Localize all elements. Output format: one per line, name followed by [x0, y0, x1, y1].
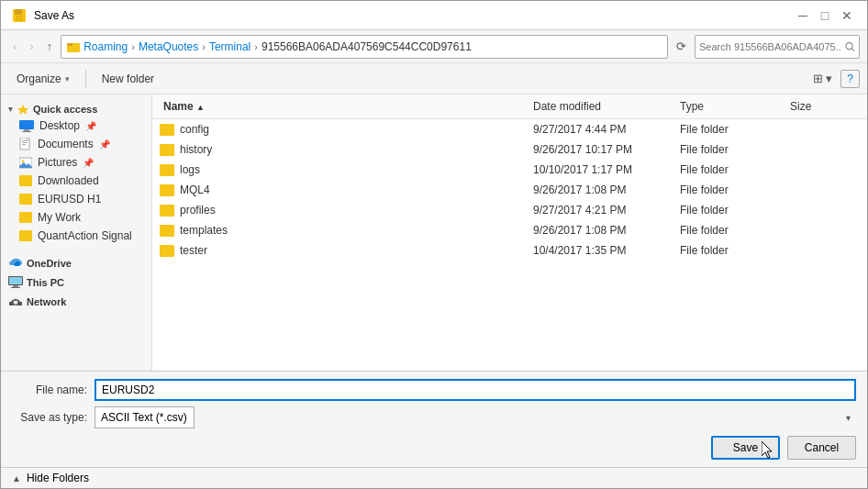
- col-header-type[interactable]: Type: [676, 98, 786, 115]
- svg-rect-8: [19, 120, 34, 129]
- hide-folders-bar[interactable]: ▲ Hide Folders: [1, 467, 867, 488]
- file-date: 9/26/2017 10:17 PM: [529, 141, 676, 158]
- savetype-select[interactable]: ASCII Text (*.csv): [95, 406, 195, 428]
- filename-label: File name:: [12, 383, 95, 396]
- table-row[interactable]: templates 9/26/2017 1:08 PM File folder: [152, 220, 867, 240]
- svg-marker-7: [17, 105, 28, 115]
- file-name-cell: templates: [160, 222, 529, 239]
- folder-icon: [160, 184, 174, 196]
- documents-icon: [19, 138, 32, 150]
- minimize-button[interactable]: ─: [794, 6, 812, 25]
- svg-rect-9: [24, 129, 29, 131]
- svg-rect-13: [22, 142, 28, 143]
- svg-rect-21: [11, 287, 20, 288]
- file-type: File folder: [676, 141, 786, 158]
- svg-rect-23: [14, 304, 17, 306]
- search-input[interactable]: [699, 41, 841, 52]
- file-type: File folder: [676, 182, 786, 198]
- sidebar-item-pictures[interactable]: Pictures 📌: [1, 153, 151, 172]
- savetype-wrapper: ASCII Text (*.csv) ▾: [95, 406, 856, 428]
- title-bar-left: Save As: [12, 8, 74, 23]
- sidebar-downloaded-label: Downloaded: [38, 174, 99, 187]
- toolbar-right: ⊞ ▾ ?: [808, 69, 860, 88]
- save-as-dialog: Save As ─ □ ✕ ‹ › ↑ Roaming › MetaQuotes…: [0, 0, 868, 489]
- svg-rect-22: [9, 302, 14, 306]
- help-button[interactable]: ?: [840, 70, 860, 88]
- breadcrumb-terminal[interactable]: Terminal: [209, 40, 250, 53]
- forward-button[interactable]: ›: [25, 37, 38, 56]
- sidebar-item-downloaded[interactable]: Downloaded: [1, 172, 151, 190]
- table-row[interactable]: logs 10/10/2017 1:17 PM File folder: [152, 160, 867, 180]
- sidebar-quantaction-label: QuantAction Signal: [38, 229, 132, 242]
- svg-rect-24: [17, 302, 22, 306]
- thispc-header[interactable]: This PC: [1, 271, 151, 290]
- folder-icon-eurusd: [19, 194, 32, 205]
- folder-icon: [160, 124, 174, 136]
- file-size: [786, 188, 860, 192]
- breadcrumb[interactable]: Roaming › MetaQuotes › Terminal › 915566…: [61, 35, 668, 59]
- organize-button[interactable]: Organize ▾: [8, 70, 78, 88]
- search-box[interactable]: [695, 35, 860, 59]
- file-name-cell: tester: [160, 242, 529, 259]
- table-row[interactable]: config 9/27/2017 4:44 PM File folder: [152, 119, 867, 139]
- sidebar-item-quantaction[interactable]: QuantAction Signal: [1, 227, 151, 245]
- file-area: Name ▲ Date modified Type Size config 9/…: [152, 94, 867, 371]
- breadcrumb-folder-icon: [67, 40, 80, 53]
- main-content: ▾ Quick access Desktop 📌: [1, 94, 867, 371]
- maximize-button[interactable]: □: [816, 6, 834, 25]
- breadcrumb-metaquotes[interactable]: MetaQuotes: [139, 40, 198, 53]
- title-bar: Save As ─ □ ✕: [1, 1, 867, 30]
- onedrive-header[interactable]: OneDrive: [1, 252, 151, 271]
- bottom-bar: File name: Save as type: ASCII Text (*.c…: [1, 371, 867, 467]
- file-date: 9/27/2017 4:21 PM: [529, 202, 676, 218]
- new-folder-button[interactable]: New folder: [94, 70, 162, 88]
- organize-chevron-icon: ▾: [65, 74, 70, 83]
- table-row[interactable]: tester 10/4/2017 1:35 PM File folder: [152, 240, 867, 261]
- breadcrumb-current: 915566BA06ADA407569C544CC0D97611: [262, 40, 472, 53]
- quick-access-chevron-icon: ▾: [8, 105, 13, 114]
- dialog-title: Save As: [34, 9, 74, 22]
- close-button[interactable]: ✕: [838, 6, 856, 25]
- file-type: File folder: [676, 202, 786, 218]
- sidebar-item-mywork[interactable]: My Work: [1, 208, 151, 227]
- back-button[interactable]: ‹: [8, 37, 21, 56]
- savetype-label: Save as type:: [12, 411, 95, 424]
- filename-input[interactable]: [95, 379, 856, 401]
- save-as-title-icon: [12, 8, 27, 23]
- col-header-date[interactable]: Date modified: [529, 98, 676, 115]
- sidebar-documents-label: Documents: [38, 138, 94, 150]
- savetype-row: Save as type: ASCII Text (*.csv) ▾: [12, 406, 856, 428]
- save-button[interactable]: Save: [711, 436, 780, 460]
- sidebar-item-documents[interactable]: Documents 📌: [1, 135, 151, 153]
- col-header-size[interactable]: Size: [786, 98, 860, 115]
- up-button[interactable]: ↑: [42, 37, 58, 56]
- button-row: Save Cancel: [12, 434, 856, 460]
- search-icon: [845, 41, 855, 52]
- quick-access-header[interactable]: ▾ Quick access: [1, 98, 151, 117]
- folder-icon-mywork: [19, 212, 32, 223]
- file-name-cell: MQL4: [160, 182, 529, 198]
- file-date: 9/26/2017 1:08 PM: [529, 182, 676, 198]
- breadcrumb-roaming[interactable]: Roaming: [83, 40, 128, 53]
- table-row[interactable]: profiles 9/27/2017 4:21 PM File folder: [152, 200, 867, 220]
- desktop-icon: [19, 120, 34, 132]
- file-name-cell: history: [160, 141, 529, 158]
- file-name-cell: profiles: [160, 202, 529, 218]
- file-size: [786, 208, 860, 212]
- svg-line-6: [851, 48, 854, 50]
- svg-rect-19: [9, 277, 22, 284]
- cancel-button[interactable]: Cancel: [787, 436, 856, 460]
- table-row[interactable]: MQL4 9/26/2017 1:08 PM File folder: [152, 180, 867, 200]
- network-header[interactable]: Network: [1, 290, 151, 309]
- refresh-button[interactable]: ⟳: [672, 37, 691, 56]
- col-header-name[interactable]: Name ▲: [160, 98, 529, 115]
- file-date: 10/4/2017 1:35 PM: [529, 242, 676, 259]
- sidebar-desktop-label: Desktop: [39, 119, 80, 132]
- hide-folders-label: Hide Folders: [27, 472, 89, 484]
- file-type: File folder: [676, 161, 786, 178]
- table-row[interactable]: history 9/26/2017 10:17 PM File folder: [152, 139, 867, 160]
- sidebar-item-eurusd[interactable]: EURUSD H1: [1, 190, 151, 208]
- sidebar-item-desktop[interactable]: Desktop 📌: [1, 117, 151, 135]
- nav-bar: ‹ › ↑ Roaming › MetaQuotes › Terminal › …: [1, 30, 867, 63]
- view-button[interactable]: ⊞ ▾: [808, 69, 838, 88]
